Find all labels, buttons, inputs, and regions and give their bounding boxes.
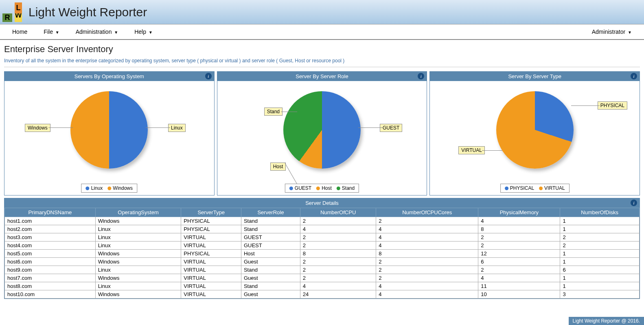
legend-item: PHYSICAL bbox=[505, 185, 534, 191]
table-cell: 4 bbox=[478, 217, 560, 225]
logo-letter-L: L bbox=[15, 2, 22, 13]
table-cell: 2 bbox=[478, 266, 560, 274]
table-cell: 4 bbox=[376, 242, 478, 250]
table-cell: 1 bbox=[560, 274, 640, 282]
table-cell: PHYSICAL bbox=[181, 250, 241, 258]
legend-swatch-icon bbox=[539, 187, 543, 190]
info-icon[interactable]: i bbox=[418, 73, 424, 79]
table-cell: 2 bbox=[376, 274, 478, 282]
table-cell: host9.com bbox=[5, 266, 96, 274]
legend-swatch-icon bbox=[86, 187, 90, 190]
column-header[interactable]: OperatingSystem bbox=[95, 208, 181, 217]
table-cell: Stand bbox=[241, 225, 300, 233]
table-cell: 6 bbox=[560, 266, 640, 274]
menu-file-label: File bbox=[44, 29, 53, 35]
table-cell: host7.com bbox=[5, 274, 96, 282]
menu-user[interactable]: Administrator ▼ bbox=[584, 29, 640, 35]
callout-guest: GUEST bbox=[380, 124, 402, 132]
column-header[interactable]: NumberOfCPU bbox=[300, 208, 376, 217]
table-row[interactable]: host3.comLinuxVIRTUALGUEST2422 bbox=[5, 233, 640, 242]
table-cell: 8 bbox=[376, 250, 478, 258]
table-cell: 2 bbox=[376, 266, 478, 274]
panel-header-type: Server By Server Type i bbox=[430, 72, 640, 81]
info-icon[interactable]: i bbox=[631, 73, 637, 79]
panel-title-os: Servers By Operating System bbox=[74, 73, 144, 79]
table-cell: Windows bbox=[95, 217, 181, 225]
table-row[interactable]: host1.comWindowsPHYSICALStand2241 bbox=[5, 217, 640, 225]
column-header[interactable]: ServerRole bbox=[241, 208, 300, 217]
table-cell: Stand bbox=[241, 266, 300, 274]
table-row[interactable]: host5.comWindowsPHYSICALHost88121 bbox=[5, 250, 640, 258]
table-cell: 12 bbox=[478, 250, 560, 258]
legend-item: GUEST bbox=[289, 185, 311, 191]
table-cell: 2 bbox=[300, 258, 376, 266]
menu-file[interactable]: File ▼ bbox=[35, 29, 67, 35]
table-cell: Stand bbox=[241, 282, 300, 290]
callout-physical: PHYSICAL bbox=[598, 101, 627, 110]
table-cell: GUEST bbox=[241, 242, 300, 250]
panel-header-os: Servers By Operating System i bbox=[4, 72, 214, 81]
table-cell: 1 bbox=[560, 282, 640, 290]
table-cell: host10.com bbox=[5, 290, 96, 299]
table-row[interactable]: host9.comLinuxVIRTUALStand2226 bbox=[5, 266, 640, 274]
table-cell: Guest bbox=[241, 274, 300, 282]
table-cell: 4 bbox=[376, 282, 478, 290]
panel-header-role: Server By Server Role i bbox=[217, 72, 427, 81]
table-cell: VIRTUAL bbox=[181, 282, 241, 290]
callout-virtual: VIRTUAL bbox=[458, 146, 484, 154]
menu-help[interactable]: Help ▼ bbox=[126, 29, 161, 35]
table-row[interactable]: host6.comWindowsVIRTUALGuest2261 bbox=[5, 258, 640, 266]
page-subtitle: Inventory of all the system in the enter… bbox=[4, 58, 640, 67]
table-cell: 2 bbox=[300, 266, 376, 274]
table-cell: 10 bbox=[478, 290, 560, 299]
table-cell: 2 bbox=[560, 242, 640, 250]
menu-admin-label: Administration bbox=[76, 29, 112, 35]
app-logo: L R W bbox=[0, 0, 24, 24]
column-header[interactable]: NumberOfDisks bbox=[560, 208, 640, 217]
table-row[interactable]: host4.comLinuxVIRTUALGUEST2422 bbox=[5, 242, 640, 250]
legend-item: Windows bbox=[107, 185, 133, 191]
legend-item: Host bbox=[316, 185, 332, 191]
table-row[interactable]: host10.comWindowsVIRTUALGuest244103 bbox=[5, 290, 640, 299]
table-cell: 4 bbox=[300, 225, 376, 233]
legend-role: GUEST Host Stand bbox=[285, 184, 359, 193]
menu-help-label: Help bbox=[134, 29, 146, 35]
table-row[interactable]: host8.comLinuxVIRTUALStand44111 bbox=[5, 282, 640, 290]
table-cell: VIRTUAL bbox=[181, 258, 241, 266]
column-header[interactable]: ServerType bbox=[181, 208, 241, 217]
table-cell: 4 bbox=[376, 233, 478, 242]
legend-swatch-icon bbox=[505, 187, 508, 190]
table-cell: Linux bbox=[95, 242, 181, 250]
menu-administration[interactable]: Administration ▼ bbox=[68, 29, 127, 35]
table-cell: 1 bbox=[560, 217, 640, 225]
legend-swatch-icon bbox=[337, 187, 340, 190]
table-cell: 8 bbox=[300, 250, 376, 258]
table-cell: VIRTUAL bbox=[181, 266, 241, 274]
app-title: Light Weight Reporter bbox=[28, 5, 147, 19]
table-cell: 2 bbox=[560, 233, 640, 242]
menu-home[interactable]: Home bbox=[4, 29, 35, 35]
table-cell: Windows bbox=[95, 258, 181, 266]
column-header[interactable]: PhysicalMemory bbox=[478, 208, 560, 217]
legend-item: Linux bbox=[86, 185, 103, 191]
info-icon[interactable]: i bbox=[631, 200, 637, 206]
table-cell: VIRTUAL bbox=[181, 290, 241, 299]
table-cell: host2.com bbox=[5, 225, 96, 233]
panel-servers-by-type: Server By Server Type i PHYSICAL VIRTUAL… bbox=[429, 71, 640, 195]
page-title: Enterprise Server Inventory bbox=[4, 44, 640, 55]
table-row[interactable]: host2.comLinuxPHYSICALStand4481 bbox=[5, 225, 640, 233]
table-cell: host1.com bbox=[5, 217, 96, 225]
table-cell: host3.com bbox=[5, 233, 96, 242]
table-row[interactable]: host7.comWindowsVIRTUALGuest2241 bbox=[5, 274, 640, 282]
table-cell: host8.com bbox=[5, 282, 96, 290]
column-header[interactable]: PrimaryDNSName bbox=[5, 208, 96, 217]
info-icon[interactable]: i bbox=[205, 73, 212, 79]
column-header[interactable]: NumberOfCPUCores bbox=[376, 208, 478, 217]
table-cell: 2 bbox=[300, 217, 376, 225]
header-bar: L R W Light Weight Reporter bbox=[0, 0, 644, 24]
legend-swatch-icon bbox=[316, 187, 320, 190]
table-cell: 1 bbox=[560, 258, 640, 266]
table-cell: 4 bbox=[478, 274, 560, 282]
table-cell: Windows bbox=[95, 274, 181, 282]
caret-down-icon: ▼ bbox=[55, 30, 59, 35]
